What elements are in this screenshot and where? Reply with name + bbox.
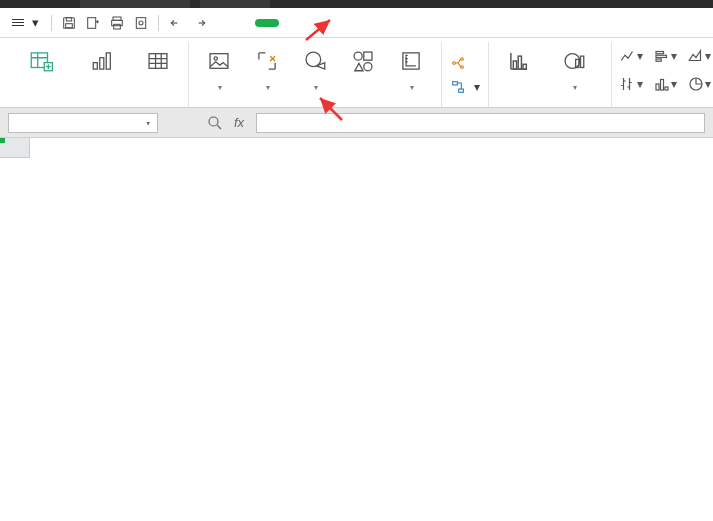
chevron-down-icon: ▾ xyxy=(474,80,480,94)
svg-rect-26 xyxy=(459,89,464,92)
svg-rect-34 xyxy=(656,55,667,57)
tab-review[interactable] xyxy=(351,19,375,27)
stock-chart-button[interactable]: ▾ xyxy=(616,72,646,96)
svg-point-22 xyxy=(453,61,456,64)
mindmap-icon xyxy=(450,55,466,71)
screenshot-button[interactable]: ▾ xyxy=(243,44,291,92)
shapes-icon xyxy=(300,46,330,76)
svg-rect-15 xyxy=(210,54,228,69)
svg-rect-38 xyxy=(665,87,668,90)
zoom-icon[interactable] xyxy=(206,114,224,132)
name-box[interactable]: ▾ xyxy=(8,113,158,133)
fx-icon[interactable]: fx xyxy=(230,114,248,132)
formula-input[interactable] xyxy=(256,113,705,133)
fx-controls: fx xyxy=(206,114,248,132)
picture-button[interactable]: ▾ xyxy=(195,44,243,92)
group-charts: ▾ xyxy=(489,42,612,107)
svg-point-40 xyxy=(209,117,218,126)
chevron-down-icon: ▾ xyxy=(146,118,151,128)
svg-rect-19 xyxy=(364,52,372,60)
svg-rect-25 xyxy=(453,81,458,84)
online-chart-button[interactable]: ▾ xyxy=(543,44,605,92)
svg-point-16 xyxy=(214,57,217,60)
svg-rect-32 xyxy=(581,56,584,67)
svg-rect-2 xyxy=(66,23,73,27)
chart-button[interactable] xyxy=(495,44,543,80)
chart-icon xyxy=(504,46,534,76)
table-button[interactable] xyxy=(134,44,182,80)
svg-point-23 xyxy=(461,57,464,60)
ribbon-tabs xyxy=(231,19,447,27)
icons-icon xyxy=(348,46,378,76)
tab-more[interactable] xyxy=(423,19,447,27)
picture-icon xyxy=(204,46,234,76)
column-headers xyxy=(30,138,713,158)
svg-rect-1 xyxy=(66,17,71,20)
shapes-button[interactable]: ▾ xyxy=(291,44,339,92)
column-chart-button[interactable]: ▾ xyxy=(650,72,680,96)
redo-icon[interactable] xyxy=(189,12,211,34)
group-chart-types: ▾ ▾ ▾ ▾ ▾ ▾ xyxy=(612,42,713,107)
tab-page-layout[interactable] xyxy=(279,19,303,27)
mindmap-button[interactable] xyxy=(446,53,484,73)
hamburger-icon xyxy=(12,17,24,28)
svg-rect-28 xyxy=(518,56,521,69)
separator xyxy=(51,15,52,31)
print-preview-icon[interactable] xyxy=(130,12,152,34)
tab-insert[interactable] xyxy=(255,19,279,27)
svg-rect-13 xyxy=(106,53,110,69)
svg-point-18 xyxy=(354,52,362,60)
ribbon-insert: ▾ ▾ ▾ ▾ xyxy=(0,38,713,108)
svg-rect-33 xyxy=(656,52,664,54)
flowchart-button[interactable]: ▾ xyxy=(446,77,484,97)
area-chart-button[interactable]: ▾ xyxy=(684,44,713,68)
export-icon[interactable] xyxy=(82,12,104,34)
tab-view[interactable] xyxy=(375,19,399,27)
select-all-corner[interactable] xyxy=(0,138,30,158)
svg-rect-35 xyxy=(656,59,661,61)
print-icon[interactable] xyxy=(106,12,128,34)
save-icon[interactable] xyxy=(58,12,80,34)
svg-rect-37 xyxy=(661,80,664,91)
function-chart-button[interactable]: ▾ xyxy=(387,44,435,92)
cells-area[interactable] xyxy=(30,158,713,521)
svg-rect-27 xyxy=(513,61,516,69)
svg-rect-14 xyxy=(149,54,167,69)
svg-point-8 xyxy=(139,21,143,25)
function-chart-icon xyxy=(396,46,426,76)
bar-chart-button[interactable]: ▾ xyxy=(650,44,680,68)
line-chart-button[interactable]: ▾ xyxy=(616,44,646,68)
tab-start[interactable] xyxy=(231,19,255,27)
more-charts-button[interactable]: ▾ xyxy=(684,72,713,96)
chevron-down-icon: ▾ xyxy=(410,83,414,92)
tab-security[interactable] xyxy=(399,19,423,27)
spreadsheet-grid[interactable] xyxy=(0,138,713,521)
tab-data[interactable] xyxy=(327,19,351,27)
flowchart-icon xyxy=(450,79,466,95)
svg-point-24 xyxy=(461,65,464,68)
svg-rect-29 xyxy=(523,64,526,69)
online-chart-icon xyxy=(559,46,589,76)
svg-point-20 xyxy=(364,63,372,71)
screenshot-icon xyxy=(252,46,282,76)
svg-rect-7 xyxy=(136,17,145,28)
pivot-table-icon xyxy=(26,46,56,76)
pivot-chart-icon xyxy=(88,46,118,76)
pivot-table-button[interactable] xyxy=(10,44,72,80)
svg-rect-11 xyxy=(93,63,97,70)
svg-rect-6 xyxy=(114,24,121,29)
svg-point-30 xyxy=(565,54,580,69)
pivot-chart-button[interactable] xyxy=(72,44,134,80)
table-icon xyxy=(143,46,173,76)
group-tables xyxy=(4,42,189,107)
formula-bar: ▾ fx xyxy=(0,108,713,138)
file-menu[interactable]: ▾ xyxy=(6,13,45,32)
icons-button[interactable] xyxy=(339,44,387,80)
chevron-down-icon: ▾ xyxy=(573,83,577,92)
tab-formula[interactable] xyxy=(303,19,327,27)
undo-icon[interactable] xyxy=(165,12,187,34)
chevron-down-icon: ▾ xyxy=(32,15,39,30)
svg-rect-3 xyxy=(88,17,96,28)
group-diagrams: ▾ xyxy=(442,42,489,107)
titlebar-sliver xyxy=(0,0,713,8)
